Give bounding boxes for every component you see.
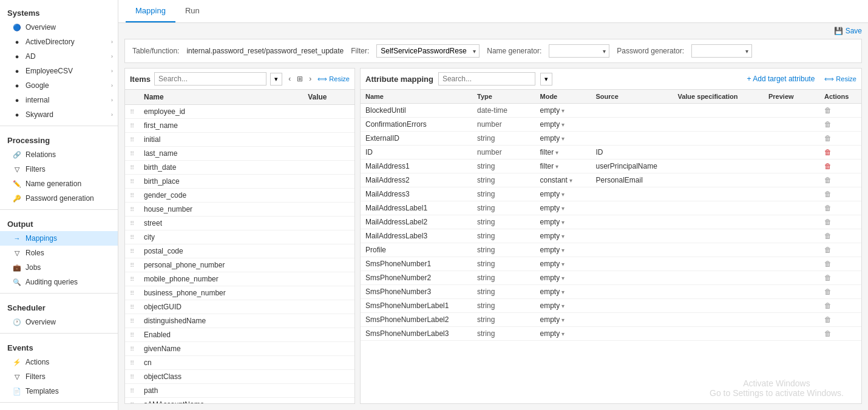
sidebar-item-activedirectory[interactable]: ●ActiveDirectory›	[0, 35, 118, 49]
attr-col-mode: Mode	[535, 90, 591, 104]
save-button[interactable]: 💾 Save	[834, 27, 862, 35]
delete-row-icon[interactable]: 🗑	[824, 204, 832, 212]
delete-row-icon[interactable]: 🗑	[824, 329, 832, 338]
attr-actions: 🗑	[819, 173, 861, 187]
name-generator-select[interactable]	[549, 44, 609, 58]
mode-dropdown-icon[interactable]: ▾	[560, 317, 565, 323]
sidebar-divider	[0, 126, 118, 126]
sidebar-item-internal[interactable]: ●internal›	[0, 93, 118, 107]
add-target-label: + Add target attribute	[747, 75, 815, 83]
sidebar-item-label: Filters	[25, 372, 46, 381]
drag-handle-icon: ⠿	[130, 262, 134, 269]
mode-dropdown-icon[interactable]: ▾	[560, 121, 565, 128]
mode-dropdown-icon[interactable]: ▾	[560, 205, 565, 212]
password-generator-select[interactable]	[691, 44, 752, 58]
sidebar-item-ad[interactable]: ●AD›	[0, 49, 118, 64]
add-target-attribute-button[interactable]: + Add target attribute	[747, 75, 815, 83]
mode-dropdown-icon[interactable]: ▾	[554, 149, 558, 156]
items-nav-grid[interactable]: ⊞	[294, 73, 305, 84]
delete-row-icon[interactable]: 🗑	[824, 162, 832, 170]
tab-run[interactable]: Run	[175, 0, 209, 22]
mode-dropdown-icon[interactable]: ▾	[554, 163, 558, 170]
delete-row-icon[interactable]: 🗑	[824, 246, 832, 254]
items-search-input[interactable]	[154, 72, 266, 86]
delete-row-icon[interactable]: 🗑	[824, 190, 832, 198]
sidebar-item-mappings[interactable]: →Mappings	[0, 231, 118, 246]
sidebar-item-overview[interactable]: 🕐Overview	[0, 315, 118, 329]
sidebar-item-icon: 🔗	[12, 150, 22, 160]
attr-value-spec	[673, 313, 764, 327]
mode-dropdown-icon[interactable]: ▾	[560, 191, 565, 198]
sidebar-item-filters[interactable]: ▽Filters	[0, 162, 118, 176]
item-name: path	[139, 384, 303, 398]
filter-select-wrapper[interactable]: SelfServicePasswordRese	[376, 44, 480, 58]
filter-select[interactable]: SelfServicePasswordRese	[376, 44, 480, 58]
attr-filter-button[interactable]: ▾	[540, 73, 552, 86]
mode-dropdown-icon[interactable]: ▾	[568, 177, 572, 184]
attr-mode: empty ▾	[535, 104, 591, 118]
attr-type: string	[472, 215, 535, 229]
sidebar-item-password-generation[interactable]: 🔑Password generation	[0, 191, 118, 206]
attr-search-input[interactable]	[438, 72, 535, 86]
sidebar-item-templates[interactable]: 📄Templates	[0, 384, 118, 398]
items-nav-next[interactable]: ›	[307, 73, 314, 84]
main-content: MappingRun 💾 Save Table/function: intern…	[118, 0, 868, 410]
mode-dropdown-icon[interactable]: ▾	[560, 233, 565, 240]
mode-dropdown-icon[interactable]: ▾	[560, 261, 565, 267]
sidebar-item-icon: ▽	[12, 372, 22, 381]
attr-name: MailAddressLabel3	[361, 229, 472, 243]
sidebar-item-relations[interactable]: 🔗Relations	[0, 147, 118, 162]
delete-row-icon[interactable]: 🗑	[824, 301, 832, 310]
mode-dropdown-icon[interactable]: ▾	[560, 303, 565, 309]
attr-mapping-panel: Attribute mapping ▾ + Add target attribu…	[360, 68, 862, 404]
sidebar-item-auditing-queries[interactable]: 🔍Auditing queries	[0, 275, 118, 289]
sidebar-item-filters[interactable]: ▽Filters	[0, 369, 118, 384]
sidebar-item-actions[interactable]: ⚡Actions	[0, 355, 118, 369]
attr-type: number	[472, 146, 535, 160]
delete-row-icon[interactable]: 🗑	[824, 148, 832, 156]
sidebar-item-google[interactable]: ●Google›	[0, 78, 118, 93]
sidebar-section-title: Output	[0, 213, 118, 231]
sidebar-item-skyward[interactable]: ●Skyward›	[0, 107, 118, 122]
attr-col-actions: Actions	[819, 90, 861, 104]
delete-row-icon[interactable]: 🗑	[824, 120, 832, 129]
item-value	[303, 217, 354, 230]
attr-preview	[764, 187, 819, 201]
mode-dropdown-icon[interactable]: ▾	[560, 135, 565, 142]
sidebar-item-overview[interactable]: 🔵Overview	[0, 20, 118, 35]
mode-dropdown-icon[interactable]: ▾	[560, 107, 565, 114]
items-nav-prev[interactable]: ‹	[286, 73, 293, 84]
item-name: personal_phone_number	[139, 258, 303, 272]
mode-dropdown-icon[interactable]: ▾	[560, 247, 565, 254]
sidebar-item-jobs[interactable]: 💼Jobs	[0, 260, 118, 275]
sidebar-item-name-generation[interactable]: ✏️Name generation	[0, 176, 118, 191]
delete-row-icon[interactable]: 🗑	[824, 218, 832, 226]
delete-row-icon[interactable]: 🗑	[824, 287, 832, 296]
mode-dropdown-icon[interactable]: ▾	[560, 219, 565, 226]
attr-panel-title: Attribute mapping	[365, 75, 433, 84]
mode-dropdown-icon[interactable]: ▾	[560, 331, 565, 337]
tab-mapping[interactable]: Mapping	[126, 0, 175, 22]
delete-row-icon[interactable]: 🗑	[824, 315, 832, 324]
attr-preview	[764, 146, 819, 160]
attr-resize-button[interactable]: ⟺ Resize	[824, 75, 856, 83]
sidebar-item-roles[interactable]: ▽Roles	[0, 246, 118, 260]
delete-row-icon[interactable]: 🗑	[824, 106, 832, 115]
mode-dropdown-icon[interactable]: ▾	[560, 289, 565, 295]
sidebar-item-employeecsv[interactable]: ●EmployeeCSV›	[0, 64, 118, 78]
sidebar-item-icon: →	[12, 234, 22, 243]
delete-row-icon[interactable]: 🗑	[824, 232, 832, 240]
delete-row-icon[interactable]: 🗑	[824, 134, 832, 143]
name-generator-select-wrapper[interactable]	[549, 44, 609, 58]
item-value	[303, 328, 354, 342]
delete-row-icon[interactable]: 🗑	[824, 274, 832, 282]
items-resize-button[interactable]: ⟺ Resize	[317, 75, 350, 83]
password-generator-select-wrapper[interactable]	[691, 44, 752, 58]
items-filter-button[interactable]: ▾	[270, 73, 282, 86]
table-row: ⠿Enabled	[125, 328, 354, 342]
delete-row-icon[interactable]: 🗑	[824, 176, 832, 184]
mode-dropdown-icon[interactable]: ▾	[560, 275, 565, 281]
sidebar-item-label: Auditing queries	[25, 278, 78, 286]
delete-row-icon[interactable]: 🗑	[824, 260, 832, 268]
attr-source	[591, 257, 673, 271]
